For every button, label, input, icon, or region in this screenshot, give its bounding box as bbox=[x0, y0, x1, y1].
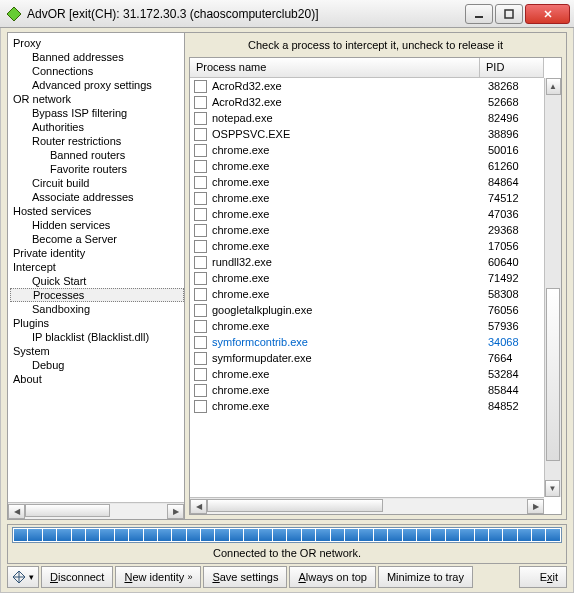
checkbox[interactable] bbox=[194, 144, 207, 157]
tree-item[interactable]: IP blacklist (Blacklist.dll) bbox=[10, 330, 184, 344]
scroll-right-icon[interactable]: ▶ bbox=[527, 499, 544, 514]
table-row[interactable]: chrome.exe17056 bbox=[190, 238, 544, 254]
tree-item[interactable]: Authorities bbox=[10, 120, 184, 134]
titlebar[interactable]: AdvOR [exit(CH): 31.172.30.3 (chaoscompu… bbox=[0, 0, 574, 28]
checkbox[interactable] bbox=[194, 192, 207, 205]
checkbox[interactable] bbox=[194, 400, 207, 413]
tree-item[interactable]: Bypass ISP filtering bbox=[10, 106, 184, 120]
minimize-button[interactable] bbox=[465, 4, 493, 24]
checkbox[interactable] bbox=[194, 384, 207, 397]
checkbox[interactable] bbox=[194, 112, 207, 125]
expand-button[interactable]: ▾ bbox=[7, 566, 39, 588]
tree-item[interactable]: Favorite routers bbox=[10, 162, 184, 176]
disconnect-button[interactable]: Disconnect bbox=[41, 566, 113, 588]
tree-item[interactable]: Private identity bbox=[10, 246, 184, 260]
scroll-down-icon[interactable]: ▼ bbox=[545, 480, 560, 497]
table-row[interactable]: chrome.exe58308 bbox=[190, 286, 544, 302]
exit-button[interactable]: Exit bbox=[519, 566, 567, 588]
process-pid: 60640 bbox=[488, 256, 544, 268]
checkbox[interactable] bbox=[194, 256, 207, 269]
table-row[interactable]: chrome.exe53284 bbox=[190, 366, 544, 382]
column-header-name[interactable]: Process name bbox=[190, 58, 480, 77]
new-identity-button[interactable]: New identity» bbox=[115, 566, 201, 588]
scroll-left-icon[interactable]: ◀ bbox=[8, 504, 25, 519]
table-row[interactable]: chrome.exe85844 bbox=[190, 382, 544, 398]
process-list[interactable]: Process name PID AcroRd32.exe38268AcroRd… bbox=[189, 57, 562, 515]
tree-hscroll[interactable]: ◀ ▶ bbox=[8, 502, 184, 519]
tree-item[interactable]: About bbox=[10, 372, 184, 386]
checkbox[interactable] bbox=[194, 304, 207, 317]
checkbox[interactable] bbox=[194, 224, 207, 237]
checkbox[interactable] bbox=[194, 240, 207, 253]
process-pid: 34068 bbox=[488, 336, 544, 348]
table-row[interactable]: chrome.exe57936 bbox=[190, 318, 544, 334]
tree-item[interactable]: OR network bbox=[10, 92, 184, 106]
table-row[interactable]: notepad.exe82496 bbox=[190, 110, 544, 126]
table-row[interactable]: googletalkplugin.exe76056 bbox=[190, 302, 544, 318]
table-row[interactable]: AcroRd32.exe38268 bbox=[190, 78, 544, 94]
tree-item[interactable]: Hosted services bbox=[10, 204, 184, 218]
checkbox[interactable] bbox=[194, 368, 207, 381]
tree-item[interactable]: Router restrictions bbox=[10, 134, 184, 148]
table-row[interactable]: chrome.exe84852 bbox=[190, 398, 544, 414]
checkbox[interactable] bbox=[194, 96, 207, 109]
table-row[interactable]: rundll32.exe60640 bbox=[190, 254, 544, 270]
table-row[interactable]: chrome.exe29368 bbox=[190, 222, 544, 238]
column-header-pid[interactable]: PID bbox=[480, 58, 544, 77]
checkbox[interactable] bbox=[194, 176, 207, 189]
checkbox[interactable] bbox=[194, 128, 207, 141]
tree-item[interactable]: Hidden services bbox=[10, 218, 184, 232]
checkbox[interactable] bbox=[194, 320, 207, 333]
table-row[interactable]: symformupdater.exe7664 bbox=[190, 350, 544, 366]
tree-item[interactable]: Debug bbox=[10, 358, 184, 372]
process-name: chrome.exe bbox=[212, 384, 488, 396]
tree-item[interactable]: Sandboxing bbox=[10, 302, 184, 316]
close-button[interactable] bbox=[525, 4, 570, 24]
save-settings-button[interactable]: Save settings bbox=[203, 566, 287, 588]
table-row[interactable]: chrome.exe84864 bbox=[190, 174, 544, 190]
process-name: chrome.exe bbox=[212, 400, 488, 412]
table-row[interactable]: chrome.exe47036 bbox=[190, 206, 544, 222]
maximize-button[interactable] bbox=[495, 4, 523, 24]
table-row[interactable]: OSPPSVC.EXE38896 bbox=[190, 126, 544, 142]
scroll-left-icon[interactable]: ◀ bbox=[190, 499, 207, 514]
tree-item[interactable]: Intercept bbox=[10, 260, 184, 274]
tree-item[interactable]: System bbox=[10, 344, 184, 358]
checkbox[interactable] bbox=[194, 208, 207, 221]
tree-item[interactable]: Banned addresses bbox=[10, 50, 184, 64]
checkbox[interactable] bbox=[194, 80, 207, 93]
table-row[interactable]: chrome.exe61260 bbox=[190, 158, 544, 174]
checkbox[interactable] bbox=[194, 160, 207, 173]
table-row[interactable]: chrome.exe71492 bbox=[190, 270, 544, 286]
checkbox[interactable] bbox=[194, 352, 207, 365]
tree-item[interactable]: Banned routers bbox=[10, 148, 184, 162]
list-hscroll[interactable]: ◀ ▶ bbox=[190, 497, 544, 514]
status-panel: Connected to the OR network. bbox=[7, 524, 567, 564]
toolbar: ▾ Disconnect New identity» Save settings… bbox=[7, 566, 567, 588]
scroll-right-icon[interactable]: ▶ bbox=[167, 504, 184, 519]
tree-item[interactable]: Become a Server bbox=[10, 232, 184, 246]
tree-item[interactable]: Proxy bbox=[10, 36, 184, 50]
tree-item[interactable]: Quick Start bbox=[10, 274, 184, 288]
window-title: AdvOR [exit(CH): 31.172.30.3 (chaoscompu… bbox=[27, 7, 463, 21]
process-pid: 76056 bbox=[488, 304, 544, 316]
tree-item[interactable]: Processes bbox=[10, 288, 184, 302]
tree-item[interactable]: Circuit build bbox=[10, 176, 184, 190]
minimize-to-tray-button[interactable]: Minimize to tray bbox=[378, 566, 473, 588]
always-on-top-button[interactable]: Always on top bbox=[289, 566, 376, 588]
table-row[interactable]: symformcontrib.exe34068 bbox=[190, 334, 544, 350]
tree-item[interactable]: Plugins bbox=[10, 316, 184, 330]
table-row[interactable]: chrome.exe74512 bbox=[190, 190, 544, 206]
tree-item[interactable]: Connections bbox=[10, 64, 184, 78]
scroll-up-icon[interactable]: ▲ bbox=[546, 78, 561, 95]
checkbox[interactable] bbox=[194, 288, 207, 301]
table-row[interactable]: AcroRd32.exe52668 bbox=[190, 94, 544, 110]
tree-item[interactable]: Associate addresses bbox=[10, 190, 184, 204]
tree-item[interactable]: Advanced proxy settings bbox=[10, 78, 184, 92]
process-pid: 61260 bbox=[488, 160, 544, 172]
checkbox[interactable] bbox=[194, 336, 207, 349]
table-row[interactable]: chrome.exe50016 bbox=[190, 142, 544, 158]
nav-tree[interactable]: ProxyBanned addressesConnectionsAdvanced… bbox=[8, 33, 185, 519]
list-vscroll[interactable]: ▲ ▼ bbox=[544, 78, 561, 497]
checkbox[interactable] bbox=[194, 272, 207, 285]
